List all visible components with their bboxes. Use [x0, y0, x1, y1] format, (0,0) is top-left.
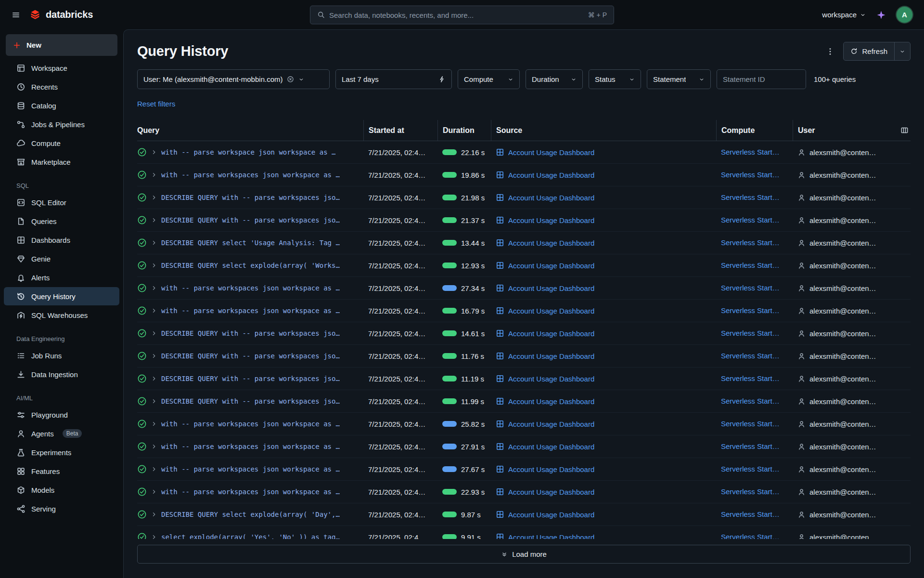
compute-link[interactable]: Serverless Start…: [721, 238, 780, 247]
compute-link[interactable]: Serverless Start…: [721, 533, 780, 539]
workspace-switcher[interactable]: workspace: [822, 11, 866, 19]
compute-link[interactable]: Serverless Start…: [721, 374, 780, 382]
sidebar-item-agents[interactable]: Agents Beta: [4, 424, 119, 443]
source-link[interactable]: Account Usage Dashboard: [508, 194, 594, 202]
table-row[interactable]: with -- parse workspaces json workspace …: [137, 435, 911, 458]
table-row[interactable]: DESCRIBE QUERY with -- parse workspaces …: [137, 345, 911, 368]
query-text[interactable]: with -- parse workspaces json workspace …: [161, 488, 340, 496]
sidebar-item-marketplace[interactable]: Marketplace: [4, 153, 119, 171]
table-row[interactable]: DESCRIBE QUERY select 'Usage Analysis: T…: [137, 232, 911, 254]
query-text[interactable]: DESCRIBE QUERY with -- parse workspaces …: [161, 397, 340, 405]
expand-row-chevron-icon[interactable]: [151, 353, 157, 359]
compute-link[interactable]: Serverless Start…: [721, 284, 780, 292]
query-text[interactable]: DESCRIBE QUERY with -- parse workspaces …: [161, 216, 340, 224]
expand-row-chevron-icon[interactable]: [151, 398, 157, 405]
sidebar-item-queries[interactable]: Queries: [4, 212, 119, 230]
sidebar-item-sql-warehouses[interactable]: SQL Warehouses: [4, 306, 119, 324]
time-range-filter[interactable]: Last 7 days: [335, 69, 452, 89]
expand-row-chevron-icon[interactable]: [151, 420, 157, 427]
compute-link[interactable]: Serverless Start…: [721, 148, 780, 156]
status-filter[interactable]: Status: [589, 69, 641, 89]
statement-filter[interactable]: Statement: [647, 69, 711, 89]
source-link[interactable]: Account Usage Dashboard: [508, 171, 594, 179]
search-input[interactable]: [329, 11, 584, 19]
query-text[interactable]: with -- parse workspace json workspace a…: [161, 148, 335, 156]
sidebar-item-catalog[interactable]: Catalog: [4, 96, 119, 115]
table-row[interactable]: with -- parse workspaces json workspace …: [137, 481, 911, 503]
source-link[interactable]: Account Usage Dashboard: [508, 511, 594, 519]
table-row[interactable]: with -- parse workspaces json workspace …: [137, 300, 911, 322]
query-text[interactable]: DESCRIBE QUERY with -- parse workspaces …: [161, 375, 340, 382]
source-link[interactable]: Account Usage Dashboard: [508, 420, 594, 428]
table-row[interactable]: with -- parse workspaces json workspace …: [137, 164, 911, 186]
table-row[interactable]: with -- parse workspace json workspace a…: [137, 141, 911, 164]
new-button[interactable]: New: [6, 34, 117, 56]
global-search[interactable]: ⌘ + P: [310, 5, 614, 24]
source-link[interactable]: Account Usage Dashboard: [508, 488, 594, 496]
expand-row-chevron-icon[interactable]: [151, 171, 157, 178]
column-header-query[interactable]: Query: [137, 120, 363, 141]
sidebar-item-genie[interactable]: Genie: [4, 250, 119, 268]
reset-filters-link[interactable]: Reset filters: [137, 100, 175, 108]
sidebar-item-serving[interactable]: Serving: [4, 499, 119, 518]
hamburger-menu-button[interactable]: [10, 9, 22, 21]
query-text[interactable]: with -- parse workspaces json workspace …: [161, 284, 340, 292]
assistant-button[interactable]: [874, 8, 888, 22]
table-row[interactable]: with -- parse workspaces json workspace …: [137, 458, 911, 481]
sidebar-item-dashboards[interactable]: Dashboards: [4, 231, 119, 249]
source-link[interactable]: Account Usage Dashboard: [508, 329, 594, 338]
query-text[interactable]: with -- parse workspaces json workspace …: [161, 420, 340, 428]
source-link[interactable]: Account Usage Dashboard: [508, 148, 594, 157]
expand-row-chevron-icon[interactable]: [151, 149, 157, 156]
source-link[interactable]: Account Usage Dashboard: [508, 262, 594, 270]
compute-link[interactable]: Serverless Start…: [721, 352, 780, 360]
query-text[interactable]: DESCRIBE QUERY with -- parse workspaces …: [161, 329, 340, 337]
compute-link[interactable]: Serverless Start…: [721, 216, 780, 224]
avatar[interactable]: A: [897, 7, 912, 23]
query-text[interactable]: select explode(array( 'Yes', 'No' )) as …: [161, 533, 340, 539]
compute-filter[interactable]: Compute: [458, 69, 520, 89]
sidebar-item-recents[interactable]: Recents: [4, 78, 119, 96]
expand-row-chevron-icon[interactable]: [151, 307, 157, 314]
compute-link[interactable]: Serverless Start…: [721, 306, 780, 315]
column-header-duration[interactable]: Duration: [437, 120, 491, 141]
compute-link[interactable]: Serverless Start…: [721, 420, 780, 428]
sidebar-item-playground[interactable]: Playground: [4, 406, 119, 424]
statement-id-input[interactable]: [717, 69, 806, 89]
table-row[interactable]: DESCRIBE QUERY with -- parse workspaces …: [137, 186, 911, 209]
compute-link[interactable]: Serverless Start…: [721, 397, 780, 405]
source-link[interactable]: Account Usage Dashboard: [508, 352, 594, 360]
query-text[interactable]: DESCRIBE QUERY select explode(array( 'Wo…: [161, 262, 340, 269]
column-header-compute[interactable]: Compute: [716, 120, 793, 141]
expand-row-chevron-icon[interactable]: [151, 330, 157, 337]
sidebar-item-job-runs[interactable]: Job Runs: [4, 346, 119, 365]
source-link[interactable]: Account Usage Dashboard: [508, 284, 594, 292]
sidebar-item-query-history[interactable]: Query History: [4, 287, 119, 305]
sidebar-item-compute[interactable]: Compute: [4, 134, 119, 152]
table-row[interactable]: DESCRIBE QUERY with -- parse workspaces …: [137, 209, 911, 232]
source-link[interactable]: Account Usage Dashboard: [508, 216, 594, 224]
sidebar-item-workspace[interactable]: Workspace: [4, 59, 119, 77]
refresh-button[interactable]: Refresh: [844, 42, 894, 60]
compute-link[interactable]: Serverless Start…: [721, 487, 780, 496]
column-settings-icon[interactable]: [900, 126, 909, 134]
compute-link[interactable]: Serverless Start…: [721, 510, 780, 518]
expand-row-chevron-icon[interactable]: [151, 239, 157, 246]
expand-row-chevron-icon[interactable]: [151, 534, 157, 539]
source-link[interactable]: Account Usage Dashboard: [508, 397, 594, 406]
expand-row-chevron-icon[interactable]: [151, 262, 157, 269]
query-text[interactable]: DESCRIBE QUERY select explode(array( 'Da…: [161, 511, 340, 518]
sidebar-item-experiments[interactable]: Experiments: [4, 443, 119, 461]
compute-link[interactable]: Serverless Start…: [721, 171, 780, 179]
clear-filter-icon[interactable]: [287, 76, 294, 83]
query-text[interactable]: with -- parse workspaces json workspace …: [161, 171, 340, 179]
expand-row-chevron-icon[interactable]: [151, 466, 157, 473]
column-header-user[interactable]: User: [793, 120, 911, 141]
source-link[interactable]: Account Usage Dashboard: [508, 307, 594, 315]
compute-link[interactable]: Serverless Start…: [721, 442, 780, 450]
compute-link[interactable]: Serverless Start…: [721, 465, 780, 473]
refresh-options-button[interactable]: [894, 42, 910, 60]
query-text[interactable]: DESCRIBE QUERY select 'Usage Analysis: T…: [161, 239, 340, 247]
expand-row-chevron-icon[interactable]: [151, 443, 157, 450]
table-row[interactable]: DESCRIBE QUERY with -- parse workspaces …: [137, 322, 911, 345]
